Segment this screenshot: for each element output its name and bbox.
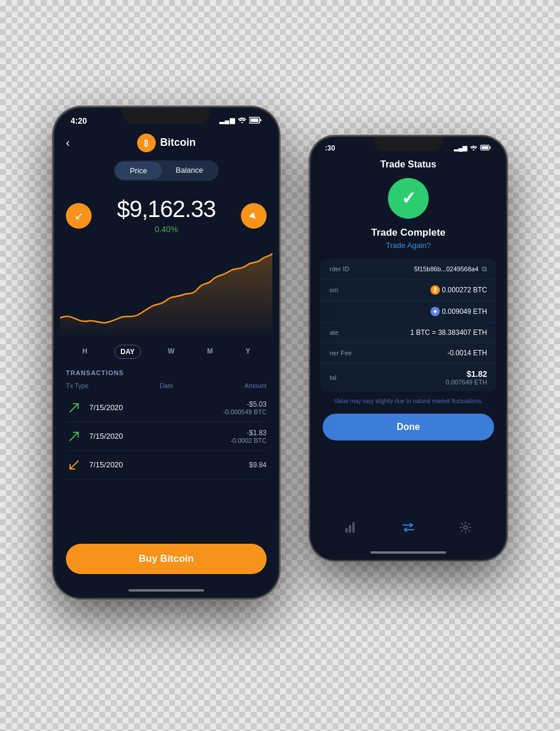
tx-amount-2: -$1.83 -0.0002 BTC	[230, 429, 267, 444]
receive-tx-icon-3	[66, 457, 82, 473]
total-usd: $1.82	[446, 369, 487, 379]
phone2-screen: :30 ▂▄▆	[311, 137, 506, 559]
phone1-shell: 4:20 ▂▄▆	[52, 106, 280, 599]
order-id-row: rder ID 5f15b86b...0249568a4 ⧉	[320, 259, 496, 279]
signal-icon-1: ▂▄▆	[219, 117, 235, 124]
home-indicator-2	[370, 551, 446, 554]
send-tx-icon-1	[66, 400, 82, 416]
miner-fee-value: -0.0014 ETH	[447, 349, 487, 357]
btc-amount: 0.000272 BTC	[442, 286, 487, 294]
price-balance-toggle[interactable]: Price Balance	[54, 160, 278, 181]
btc-mini-icon: ₿	[430, 285, 440, 295]
buy-bitcoin-button[interactable]: Buy Bitcoin	[66, 544, 267, 574]
notch2	[373, 137, 443, 151]
time-btn-h[interactable]: H	[76, 345, 93, 359]
chart-nav-icon[interactable]	[345, 522, 357, 536]
notch1	[123, 108, 210, 124]
back-button[interactable]: ‹	[66, 136, 70, 149]
time-btn-m[interactable]: M	[201, 345, 219, 359]
tx-amount-1: -$5.03 -0.000549 BTC	[223, 400, 267, 415]
time-btn-y[interactable]: Y	[240, 345, 256, 359]
swap-nav-icon[interactable]	[402, 523, 415, 535]
app-header-1: ‹ ₿ Bitcoin	[54, 130, 278, 160]
chart-svg	[60, 242, 272, 335]
miner-fee-row: ner Fee -0.0014 ETH	[320, 343, 496, 363]
table-row: 7/15/2020 $9.84	[66, 451, 267, 480]
svg-point-4	[473, 149, 475, 151]
wifi-icon-2	[470, 144, 477, 152]
disclaimer-text: Value may vary slightly due to natural m…	[311, 391, 506, 411]
from-btc-value: ₿ 0.000272 BTC	[430, 285, 487, 295]
time-2: :30	[325, 144, 335, 152]
total-row: tal $1.82 0.007649 ETH	[320, 363, 496, 391]
svg-rect-2	[250, 118, 258, 122]
miner-fee-label: ner Fee	[330, 349, 352, 356]
transactions-section: TRANSACTIONS Tx Type Date Amount 7	[54, 366, 278, 483]
tx-date-1: 7/15/2020	[89, 403, 223, 412]
buy-button-container[interactable]: Buy Bitcoin	[66, 544, 267, 574]
trade-status-title: Trade Status	[311, 156, 506, 178]
tx-date-2: 7/15/2020	[89, 432, 230, 440]
time-btn-day[interactable]: DAY	[114, 345, 141, 359]
time-btn-w[interactable]: W	[162, 345, 180, 359]
svg-rect-3	[260, 119, 261, 121]
phone1-screen: 4:20 ▂▄▆	[54, 108, 278, 597]
price-tab[interactable]: Price	[116, 162, 162, 179]
table-row: 7/15/2020 -$5.03 -0.000549 BTC	[66, 394, 267, 422]
svg-rect-6	[482, 146, 489, 149]
svg-rect-9	[349, 525, 351, 533]
phone2: :30 ▂▄▆	[309, 135, 508, 561]
rate-row: ate 1 BTC = 38.383407 ETH	[320, 323, 496, 343]
total-value: $1.82 0.007649 ETH	[446, 369, 487, 386]
total-eth: 0.007649 ETH	[446, 379, 487, 386]
trade-complete-label: Trade Complete	[311, 227, 506, 239]
settings-nav-icon[interactable]	[460, 522, 471, 536]
bottom-navigation[interactable]	[311, 522, 506, 536]
copy-icon[interactable]: ⧉	[482, 265, 487, 273]
price-value: $9,162.33	[66, 196, 267, 222]
toggle-pill: Price Balance	[114, 160, 219, 181]
status-icons-1: ▂▄▆	[219, 116, 262, 125]
rate-label: ate	[330, 329, 338, 336]
eth-mini-icon: ◆	[430, 307, 440, 316]
tx-amount-header: Amount	[244, 382, 267, 389]
sell-button[interactable]: ↙	[66, 203, 92, 229]
done-button-container[interactable]: Done	[311, 411, 506, 447]
battery-icon-2	[480, 144, 492, 152]
to-eth-row: ◆ 0.009049 ETH	[320, 301, 496, 323]
total-label: tal	[330, 374, 337, 381]
order-id-value: 5f15b86b...0249568a4 ⧉	[414, 265, 487, 273]
send-button[interactable]: ▶	[241, 203, 267, 229]
done-button[interactable]: Done	[323, 414, 494, 440]
time-1: 4:20	[71, 116, 87, 125]
from-btc-row: om ₿ 0.000272 BTC	[320, 279, 496, 301]
coin-name: Bitcoin	[160, 137, 196, 149]
phone2-shell: :30 ▂▄▆	[309, 135, 508, 561]
price-chart	[54, 242, 278, 335]
send-tx-icon-2	[66, 428, 82, 445]
trade-details-card: rder ID 5f15b86b...0249568a4 ⧉ om ₿ 0.00…	[320, 259, 496, 391]
svg-point-11	[464, 526, 467, 529]
tx-type-header: Tx Type	[66, 382, 89, 389]
battery-icon-1	[249, 117, 262, 125]
tx-amount-3: $9.84	[249, 461, 267, 469]
svg-point-0	[242, 122, 243, 123]
from-label: om	[330, 286, 338, 293]
price-section: ↙ $9,162.33 0.40% ▶	[54, 190, 278, 242]
wifi-icon-1	[238, 116, 246, 125]
price-change: 0.40%	[66, 225, 267, 234]
balance-tab[interactable]: Balance	[162, 162, 217, 179]
status-icons-2: ▂▄▆	[454, 144, 492, 152]
transactions-header: Tx Type Date Amount	[66, 382, 267, 389]
send-icon: ▶	[248, 210, 259, 221]
transactions-title: TRANSACTIONS	[66, 369, 267, 376]
svg-rect-8	[345, 528, 348, 533]
eth-amount: 0.009049 ETH	[442, 307, 487, 316]
time-filter[interactable]: H DAY W M Y	[54, 338, 278, 366]
sell-icon: ↙	[75, 209, 83, 222]
phone1: 4:20 ▂▄▆	[52, 106, 280, 599]
table-row: 7/15/2020 -$1.83 -0.0002 BTC	[66, 422, 267, 451]
tx-date-header: Date	[160, 382, 173, 389]
trade-again-link[interactable]: Trade Again?	[311, 241, 506, 250]
bitcoin-icon-header: ₿	[137, 134, 156, 152]
